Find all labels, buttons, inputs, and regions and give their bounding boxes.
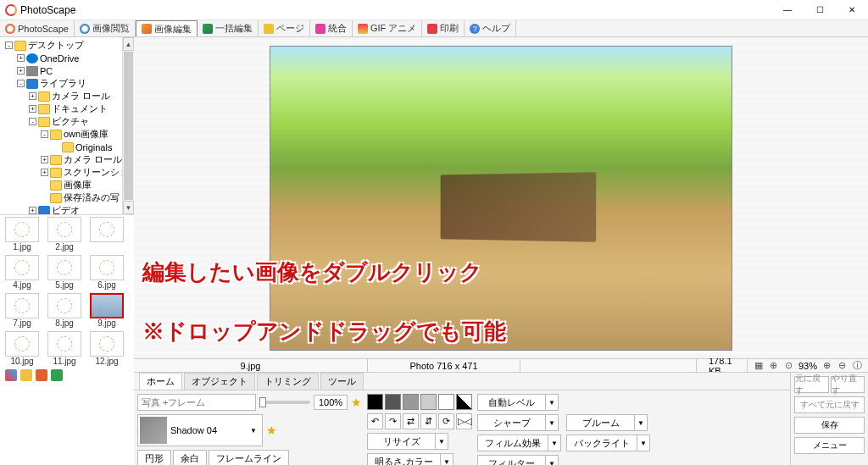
tree-node[interactable]: -own画像庫 [2,128,132,141]
thumbnail-image[interactable] [47,255,81,280]
scroll-down-arrow[interactable]: ▼ [123,201,134,214]
thumbnail-image[interactable] [47,217,81,242]
zoom-fit-icon[interactable]: ⊕ [768,360,780,372]
tree-expand-icon[interactable]: + [29,207,36,214]
thumbnail[interactable]: 6.jpg [90,255,124,290]
swatch-checker[interactable] [456,394,472,410]
tree-node[interactable]: -デスクトップ [2,39,132,52]
tab-object[interactable]: オブジェクト [184,373,255,390]
sharpen-dropdown[interactable]: ▼ [545,414,559,431]
thumbnail[interactable]: 10.jpg [5,331,39,366]
tree-node[interactable]: Originals [2,141,132,153]
thumbnail[interactable]: 7.jpg [5,293,39,328]
star-icon[interactable]: ★ [351,396,362,409]
resize-dropdown[interactable]: ▼ [435,433,448,450]
tree-expand-icon[interactable]: + [29,92,36,100]
free-rotate-icon[interactable]: ⟳ [438,413,454,429]
bloom-button[interactable]: ブルーム [566,414,634,431]
palette-color-icon[interactable] [5,369,17,381]
tree-node[interactable]: +スクリーンショ [2,166,132,179]
tree-expand-icon[interactable]: + [29,105,36,113]
info-icon[interactable]: ⓘ [851,360,863,372]
tree-collapse-icon[interactable]: - [5,42,13,49]
tree-expand-icon[interactable]: + [17,67,25,75]
palette-frame-icon[interactable] [36,369,47,381]
palette-star-icon[interactable] [20,369,32,381]
brightness-dropdown[interactable]: ▼ [440,453,453,465]
maximize-button[interactable]: ☐ [804,0,836,19]
undo-all-button[interactable]: すべて元に戻す [794,396,865,413]
tree-expand-icon[interactable]: + [41,156,48,163]
canvas-viewport[interactable]: 編集したい画像をダブルクリック ※ドロップアンドドラッグでも可能 [134,37,868,358]
tab-tool[interactable]: ツール [320,373,364,390]
resize-button[interactable]: リサイズ [367,433,435,450]
thumbnail[interactable]: 5.jpg [47,255,81,290]
tab-page[interactable]: ページ [259,20,310,36]
canvas-image[interactable] [270,46,732,351]
thumbnail-image[interactable] [90,255,124,280]
tab-print[interactable]: 印刷 [422,20,465,36]
thumbnail-image[interactable] [5,255,39,280]
bloom-dropdown[interactable]: ▼ [634,414,648,431]
autolevel-button[interactable]: 自動レベル [477,394,545,411]
tree-scrollbar[interactable]: ▲ ▼ [122,37,134,214]
autolevel-dropdown[interactable]: ▼ [545,394,559,411]
tree-node[interactable]: +PC [2,64,132,77]
undo-button[interactable]: 元に戻す [794,376,829,393]
swatch-black[interactable] [367,394,383,410]
tab-batch[interactable]: 一括編集 [198,20,259,36]
thumbnail-image[interactable] [90,293,124,318]
zoom-actual-icon[interactable]: ⊙ [783,360,795,372]
shadow-select[interactable]: Shadow 04 ▼ [137,414,263,446]
thumbnail-image[interactable] [47,293,81,318]
filter-dropdown[interactable]: ▼ [545,455,559,465]
thumbnail-image[interactable] [47,331,81,357]
swatch-white[interactable] [438,394,454,410]
flip-v-icon[interactable]: ⇵ [420,413,437,429]
folder-tree[interactable]: -デスクトップ+OneDrive+PC-ライブラリ+カメラ ロール+ドキュメント… [0,37,134,215]
thumbnail-image[interactable] [90,217,124,242]
thumbnail[interactable]: 2.jpg [47,217,81,252]
thumbnail-image[interactable] [5,331,39,357]
zoom-out-icon[interactable]: ⊖ [836,360,848,372]
frameline-button[interactable]: フレームライン [209,450,289,465]
minimize-button[interactable]: — [771,0,804,19]
straighten-icon[interactable]: ▷◁ [456,413,472,429]
film-dropdown[interactable]: ▼ [548,435,561,451]
star-icon-2[interactable]: ★ [266,423,277,437]
thumbnail[interactable]: 1.jpg [5,217,39,252]
backlight-dropdown[interactable]: ▼ [637,435,650,451]
tree-expand-icon[interactable]: + [41,169,48,176]
tab-combine[interactable]: 統合 [310,20,353,36]
tree-node[interactable]: +ビデオ [2,204,132,215]
thumbnail[interactable]: 8.jpg [47,293,81,328]
thumbnail-image[interactable] [90,331,124,357]
zoom-in-icon[interactable]: ⊕ [821,360,832,372]
tab-home[interactable]: ホーム [139,373,182,390]
swatch-gray-light[interactable] [420,394,437,410]
brightness-button[interactable]: 明るさ,カラー [367,453,440,465]
tree-node[interactable]: 保存済みの写 [2,191,132,204]
thumbnail[interactable]: 9.jpg [90,293,124,328]
flip-h-icon[interactable]: ⇄ [403,413,419,429]
tab-gif[interactable]: GIF アニメ [353,20,422,36]
close-button[interactable]: ✕ [836,0,868,19]
film-button[interactable]: フィルム効果 [477,435,548,451]
tree-node[interactable]: +カメラ ロール [2,90,132,102]
tree-collapse-icon[interactable]: - [41,130,48,138]
scroll-up-arrow[interactable]: ▲ [123,37,134,51]
swatch-gray-dark[interactable] [385,394,401,410]
rotate-left-icon[interactable]: ↶ [367,413,383,429]
margin-button[interactable]: 余白 [173,450,207,465]
tree-collapse-icon[interactable]: - [17,80,25,87]
thumbnail-image[interactable] [5,293,39,318]
tree-node[interactable]: +OneDrive [2,52,132,64]
tab-help[interactable]: ?ヘルプ [465,20,516,36]
tree-expand-icon[interactable]: + [17,54,25,62]
filter-button[interactable]: フィルター [477,455,545,465]
tab-editor[interactable]: 画像編集 [136,20,198,36]
backlight-button[interactable]: バックライト [566,435,637,451]
thumbnail[interactable]: 4.jpg [5,255,39,290]
menu-button[interactable]: メニュー [794,437,865,454]
checker-icon[interactable]: ▦ [753,360,765,372]
